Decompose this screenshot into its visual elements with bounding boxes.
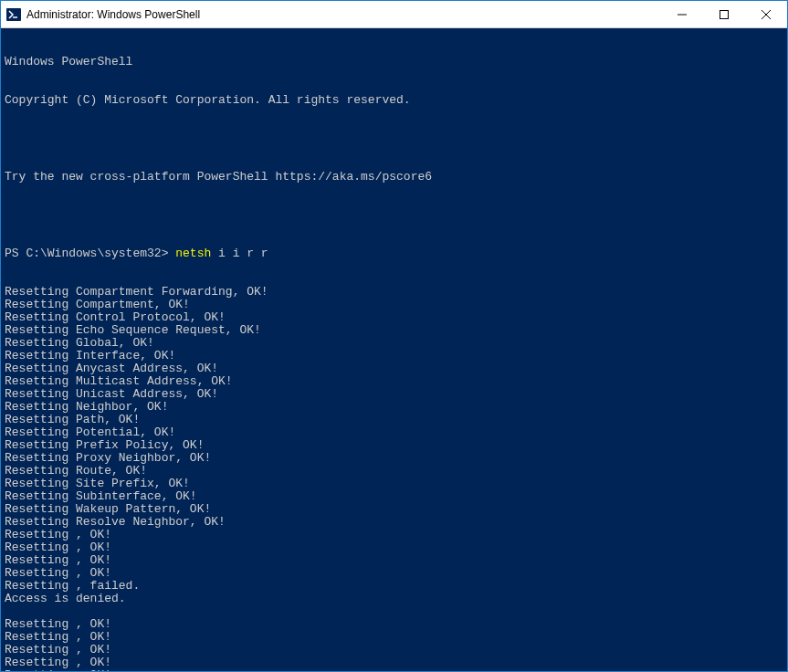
terminal-line (5, 605, 787, 618)
output-block: Resetting Compartment Forwarding, OK!Res… (5, 286, 787, 671)
terminal-line: Resetting , OK! (5, 669, 787, 671)
terminal-line: Resetting Subinterface, OK! (5, 490, 787, 503)
terminal-line: Resetting Potential, OK! (5, 426, 787, 439)
terminal-line: Try the new cross-platform PowerShell ht… (5, 171, 787, 184)
terminal-line: Resetting Resolve Neighbor, OK! (5, 516, 787, 529)
terminal-line: Resetting Global, OK! (5, 337, 787, 350)
powershell-icon (6, 7, 21, 22)
terminal-line: Resetting , OK! (5, 541, 787, 554)
terminal-line: Resetting Echo Sequence Request, OK! (5, 324, 787, 337)
powershell-window: Administrator: Windows PowerShell Window… (0, 0, 788, 672)
titlebar[interactable]: Administrator: Windows PowerShell (1, 1, 787, 28)
terminal-area[interactable]: Windows PowerShell Copyright (C) Microso… (1, 28, 787, 671)
window-controls (661, 1, 787, 27)
maximize-button[interactable] (703, 1, 745, 27)
terminal-line: Resetting Path, OK! (5, 414, 787, 426)
terminal-line: Resetting Compartment Forwarding, OK! (5, 286, 787, 299)
terminal-line: Resetting , OK! (5, 567, 787, 580)
terminal-line (5, 209, 787, 222)
terminal-line: Resetting Proxy Neighbor, OK! (5, 452, 787, 465)
svg-rect-3 (720, 10, 729, 18)
terminal-line: Resetting , OK! (5, 618, 787, 631)
terminal-line: Copyright (C) Microsoft Corporation. All… (5, 94, 787, 107)
terminal-line: Resetting Compartment, OK! (5, 299, 787, 311)
command-text: netsh (175, 247, 211, 260)
terminal-line: Resetting , OK! (5, 529, 787, 541)
terminal-line: Resetting Neighbor, OK! (5, 401, 787, 414)
terminal-line: Resetting Wakeup Pattern, OK! (5, 503, 787, 516)
terminal-prompt-line: PS C:\Windows\system32> netsh i i r r (5, 247, 787, 260)
terminal-line: Resetting Control Protocol, OK! (5, 311, 787, 324)
terminal-line: Resetting , OK! (5, 656, 787, 669)
terminal-line: Resetting Multicast Address, OK! (5, 375, 787, 388)
terminal-line: Resetting , OK! (5, 554, 787, 567)
terminal-line (5, 132, 787, 145)
terminal-line: Resetting Site Prefix, OK! (5, 478, 787, 490)
close-button[interactable] (745, 1, 787, 27)
terminal-line: Access is denied. (5, 593, 787, 605)
prompt-path: PS C:\Windows\system32> (5, 247, 175, 260)
command-args: i i r r (211, 247, 268, 260)
terminal-line: Windows PowerShell (5, 56, 787, 68)
terminal-line: Resetting Prefix Policy, OK! (5, 439, 787, 452)
terminal-line: Resetting Unicast Address, OK! (5, 388, 787, 401)
terminal-line: Resetting Anycast Address, OK! (5, 362, 787, 375)
terminal-line: Resetting , failed. (5, 580, 787, 593)
terminal-line: Resetting Interface, OK! (5, 350, 787, 362)
minimize-button[interactable] (661, 1, 703, 27)
window-title: Administrator: Windows PowerShell (26, 8, 661, 21)
terminal-line: Resetting , OK! (5, 644, 787, 656)
terminal-line: Resetting Route, OK! (5, 465, 787, 478)
terminal-line: Resetting , OK! (5, 631, 787, 644)
